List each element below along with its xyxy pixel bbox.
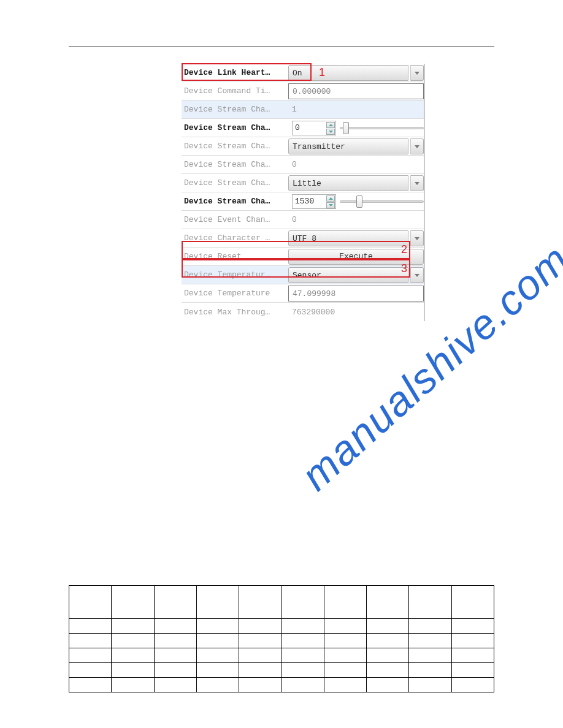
slider-thumb[interactable]	[356, 195, 362, 208]
spinner-up-icon[interactable]	[326, 195, 335, 202]
spinner-buttons-1530[interactable]	[326, 195, 335, 208]
spinner-slider-group-0: 0	[288, 119, 424, 137]
row-device-stream-cha-spin0: Device Stream Cha… 0	[182, 119, 424, 137]
table-row	[69, 634, 494, 648]
dropdown-value: Sensor	[288, 267, 408, 283]
chevron-down-icon[interactable]	[410, 267, 424, 283]
row-device-temperatur-sensor: Device Temperatur… Sensor	[182, 266, 424, 284]
spinner-up-icon[interactable]	[326, 122, 335, 128]
annotation-number-3: 3	[401, 262, 407, 275]
slider-thumb[interactable]	[343, 122, 349, 134]
label-device-temperatur-sensor: Device Temperatur…	[182, 266, 288, 284]
page-top-rule	[69, 47, 494, 47]
slider-track	[340, 127, 424, 129]
label-device-stream-cha-spin1530: Device Stream Cha…	[182, 192, 288, 210]
dropdown-value: Little	[288, 175, 408, 191]
annotation-number-2: 2	[401, 243, 407, 256]
value-device-max-throug: 763290000	[288, 303, 424, 321]
row-device-reset: Device Reset Execute	[182, 248, 424, 266]
label-device-character: Device Character …	[182, 229, 288, 247]
row-device-stream-cha-spin1530: Device Stream Cha… 1530	[182, 192, 424, 211]
label-device-temperature: Device Temperature	[182, 284, 288, 302]
label-device-stream-cha-1: Device Stream Cha…	[182, 100, 288, 118]
value-device-event-chan: 0	[288, 211, 424, 229]
chevron-down-icon[interactable]	[410, 138, 424, 154]
chevron-down-icon[interactable]	[410, 230, 424, 246]
label-device-event-chan: Device Event Chan…	[182, 211, 288, 229]
spinner-value-1530: 1530	[295, 197, 314, 206]
row-device-command-ti: Device Command Ti… 0.000000	[182, 82, 424, 100]
label-device-stream-cha-0: Device Stream Cha…	[182, 156, 288, 173]
annotation-number-1: 1	[319, 66, 325, 79]
spinner-slider-group-1530: 1530	[288, 192, 424, 210]
table-row	[69, 586, 494, 619]
row-device-link-heart: Device Link Heart… On	[182, 64, 424, 82]
dropdown-value: UTF 8	[288, 230, 408, 246]
chevron-down-icon[interactable]	[410, 175, 424, 191]
value-device-stream-cha-1: 1	[288, 100, 424, 118]
row-device-temperature: Device Temperature 47.099998	[182, 284, 424, 303]
bottom-table	[69, 585, 494, 692]
value-device-stream-cha-0: 0	[288, 156, 424, 173]
slider-1530[interactable]	[340, 194, 424, 210]
label-device-command-ti: Device Command Ti…	[182, 82, 288, 100]
chevron-down-icon[interactable]	[410, 65, 424, 81]
spinner-input-0[interactable]: 0	[292, 121, 336, 135]
dropdown-value: On	[288, 65, 408, 81]
table-row	[69, 648, 494, 663]
label-device-stream-cha-transmitter: Device Stream Cha…	[182, 137, 288, 155]
slider-0[interactable]	[340, 120, 424, 136]
label-device-reset: Device Reset	[182, 248, 288, 265]
table-row	[69, 678, 494, 692]
input-device-temperature[interactable]: 47.099998	[288, 286, 424, 301]
spinner-value-0: 0	[295, 123, 300, 132]
table-row	[69, 619, 494, 634]
spinner-down-icon[interactable]	[326, 202, 335, 208]
row-device-stream-cha-1: Device Stream Cha… 1	[182, 100, 424, 119]
table-row	[69, 663, 494, 678]
dropdown-little[interactable]: Little	[288, 175, 424, 191]
row-device-max-throug: Device Max Throug… 763290000	[182, 303, 424, 321]
row-device-stream-cha-0: Device Stream Cha… 0	[182, 156, 424, 174]
input-device-command-ti[interactable]: 0.000000	[288, 83, 424, 99]
slider-track	[340, 200, 424, 203]
spinner-down-icon[interactable]	[326, 129, 335, 135]
label-device-stream-cha-little: Device Stream Cha…	[182, 174, 288, 192]
dropdown-device-link-heart[interactable]: On	[288, 65, 424, 81]
row-device-character: Device Character … UTF 8	[182, 229, 424, 248]
spinner-input-1530[interactable]: 1530	[292, 194, 336, 209]
label-device-max-throug: Device Max Throug…	[182, 303, 288, 321]
dropdown-transmitter[interactable]: Transmitter	[288, 138, 424, 154]
label-device-stream-cha-spin0: Device Stream Cha…	[182, 119, 288, 137]
row-device-stream-cha-little: Device Stream Cha… Little	[182, 174, 424, 192]
spinner-buttons-0[interactable]	[326, 122, 335, 135]
dropdown-value: Transmitter	[288, 138, 408, 154]
label-device-link-heart: Device Link Heart…	[182, 64, 288, 82]
row-device-stream-cha-transmitter: Device Stream Cha… Transmitter	[182, 137, 424, 156]
row-device-event-chan: Device Event Chan… 0	[182, 211, 424, 229]
device-settings-panel: Device Link Heart… On Device Command Ti……	[182, 64, 425, 321]
